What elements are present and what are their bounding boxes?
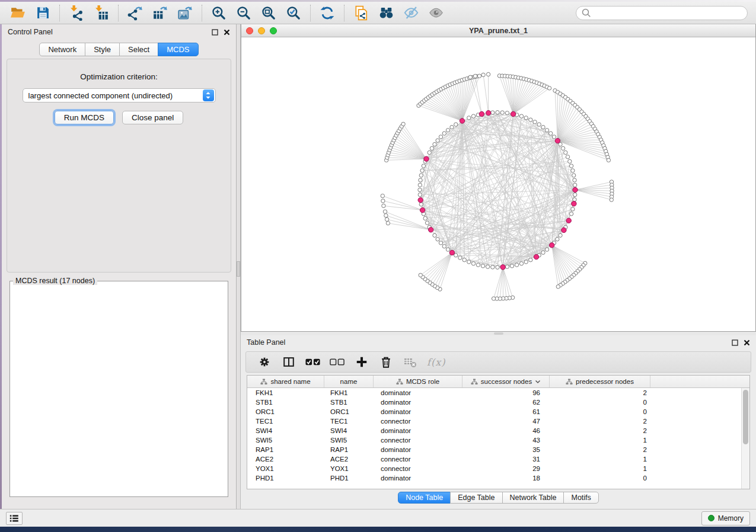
table-tab-network-table[interactable]: Network Table: [502, 492, 564, 504]
tab-mcds[interactable]: MCDS: [158, 43, 198, 56]
cell-MCDS-role: connector: [374, 416, 462, 426]
binoculars-icon: [378, 5, 394, 21]
delete-table-icon: [403, 355, 417, 369]
column-header-shared-name[interactable]: shared name: [247, 376, 324, 387]
network-window-title: YPA_prune.txt_1: [241, 27, 755, 35]
import-network-icon: [69, 5, 84, 21]
memory-button[interactable]: Memory: [701, 511, 750, 525]
eye-slash-icon: [403, 5, 419, 21]
cell-successor-nodes: 43: [462, 435, 550, 445]
table-row[interactable]: ORC1ORC1dominator610: [247, 407, 741, 416]
optimization-label: Optimization criterion:: [7, 72, 231, 81]
table-scrollbar[interactable]: [741, 388, 749, 489]
table-row[interactable]: SWI5SWI5connector431: [247, 435, 741, 445]
cell-shared-name: SWI5: [247, 435, 324, 445]
column-header-successor-nodes[interactable]: successor nodes: [462, 376, 550, 387]
app-window: Control Panel NetworkStyleSelectMCDS Opt…: [0, 0, 756, 532]
search-input[interactable]: [594, 9, 742, 17]
zoom-selected-button[interactable]: [282, 4, 305, 23]
cell-successor-nodes: 29: [462, 464, 550, 473]
open-file-button[interactable]: [6, 4, 30, 23]
hide-selected-button[interactable]: [399, 4, 423, 23]
export-network-button[interactable]: [123, 4, 147, 23]
toolbar-separator: [344, 5, 344, 21]
close-panel-icon[interactable]: [744, 339, 750, 346]
close-mcds-panel-button[interactable]: Close panel: [122, 111, 183, 124]
cell-successor-nodes: 46: [462, 426, 550, 435]
delete-rows-button[interactable]: [378, 354, 394, 370]
run-mcds-button[interactable]: Run MCDS: [55, 111, 114, 124]
cell-MCDS-role: connector: [374, 464, 462, 473]
optimization-dropdown[interactable]: largest connected component (undirected): [23, 88, 216, 102]
status-bar: Memory: [0, 509, 756, 527]
zoom-out-button[interactable]: [232, 4, 256, 23]
save-session-button[interactable]: [31, 4, 55, 23]
float-panel-icon[interactable]: [732, 339, 738, 346]
tab-network[interactable]: Network: [39, 43, 85, 56]
deselect-all-button[interactable]: [330, 354, 345, 370]
table-row[interactable]: ACE2ACE2connector311: [247, 454, 741, 464]
shared-column-icon: [471, 379, 478, 385]
cell-name: STB1: [324, 398, 374, 407]
table-tab-motifs[interactable]: Motifs: [563, 492, 598, 504]
control-panel: Control Panel NetworkStyleSelectMCDS Opt…: [2, 24, 237, 509]
table-tab-edge-table[interactable]: Edge Table: [450, 492, 502, 504]
import-network-button[interactable]: [65, 4, 88, 23]
network-window-titlebar[interactable]: YPA_prune.txt_1: [241, 24, 755, 37]
dropdown-stepper-icon: [203, 89, 214, 101]
table-row[interactable]: STB1STB1dominator620: [247, 398, 741, 407]
horizontal-splitter[interactable]: [241, 332, 756, 335]
splitter-grip[interactable]: [494, 332, 503, 335]
minimize-window-icon[interactable]: [258, 27, 265, 34]
show-all-button[interactable]: [424, 4, 448, 23]
table-tab-node-table[interactable]: Node Table: [398, 492, 451, 504]
cell-shared-name: STB1: [247, 398, 324, 407]
zoom-fit-button[interactable]: [257, 4, 280, 23]
network-canvas[interactable]: [241, 37, 755, 331]
node-table-body: FKH1FKH1dominator962STB1STB1dominator620…: [247, 388, 741, 489]
export-table-button[interactable]: [148, 4, 172, 23]
toolbar-separator: [118, 5, 119, 21]
search-box[interactable]: [576, 6, 748, 20]
import-table-button[interactable]: [90, 4, 113, 23]
close-panel-icon[interactable]: [224, 29, 230, 36]
table-row[interactable]: SWI4SWI4dominator462: [247, 426, 741, 435]
zoom-in-button[interactable]: [207, 4, 231, 23]
vertical-splitter[interactable]: [237, 24, 241, 509]
unchecked-boxes-icon: [330, 358, 345, 366]
apply-layout-button[interactable]: [315, 4, 339, 23]
split-table-button[interactable]: [281, 354, 296, 370]
cell-shared-name: ORC1: [247, 407, 324, 416]
search-binoculars-button[interactable]: [374, 4, 398, 23]
network-window: YPA_prune.txt_1: [241, 24, 756, 332]
tab-style[interactable]: Style: [85, 43, 120, 56]
column-header-predecessor-nodes[interactable]: predecessor nodes: [550, 376, 650, 387]
splitter-grip[interactable]: [237, 261, 240, 277]
table-panel-header: Table Panel: [241, 335, 756, 350]
task-history-button[interactable]: [6, 512, 23, 525]
cell-name: ACE2: [324, 454, 374, 464]
scrollbar-thumb[interactable]: [743, 390, 748, 444]
column-header-name[interactable]: name: [324, 376, 374, 387]
table-row[interactable]: TEC1TEC1connector472: [247, 416, 741, 426]
float-panel-icon[interactable]: [212, 29, 218, 36]
cell-shared-name: TEC1: [247, 416, 324, 426]
table-row[interactable]: FKH1FKH1dominator962: [247, 388, 741, 398]
column-label: name: [340, 378, 358, 385]
save-floppy-icon: [36, 5, 50, 20]
select-all-button[interactable]: [305, 354, 321, 370]
column-settings-button[interactable]: [257, 354, 272, 370]
table-row[interactable]: RAP1RAP1dominator352: [247, 445, 741, 454]
close-window-icon[interactable]: [246, 27, 253, 34]
column-header-MCDS-role[interactable]: MCDS role: [374, 376, 462, 387]
main-area: Control Panel NetworkStyleSelectMCDS Opt…: [0, 24, 756, 509]
network-graph[interactable]: [241, 37, 755, 331]
table-row[interactable]: PHD1PHD1dominator180: [247, 473, 741, 483]
tab-select[interactable]: Select: [119, 43, 158, 56]
clone-network-button[interactable]: [349, 4, 373, 23]
export-image-button[interactable]: [173, 4, 197, 23]
table-row[interactable]: YOX1YOX1connector291: [247, 464, 741, 473]
maximize-window-icon[interactable]: [270, 27, 277, 34]
toolbar-separator: [202, 5, 202, 21]
add-row-button[interactable]: [354, 354, 369, 370]
